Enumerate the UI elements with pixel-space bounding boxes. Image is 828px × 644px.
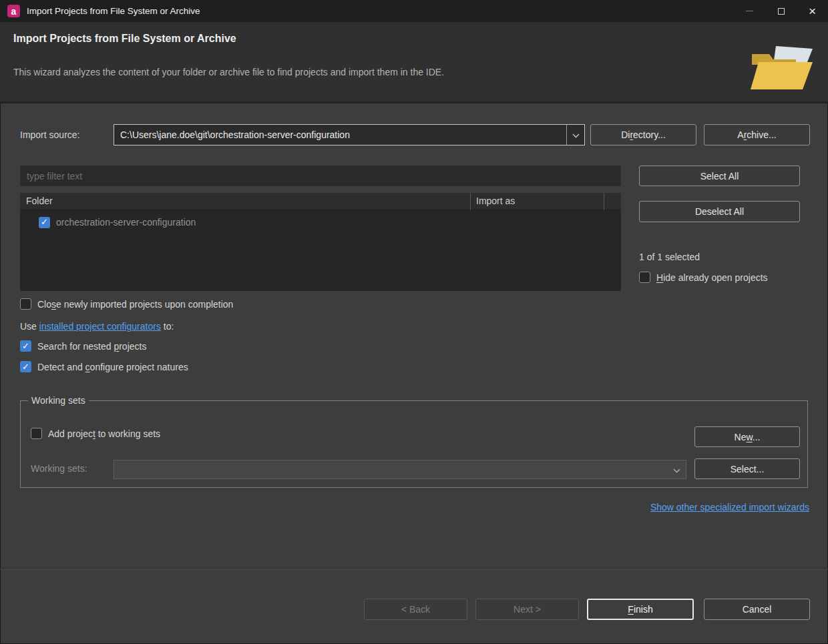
finish-button-label: Finish	[628, 604, 652, 615]
configurators-line: Use installed project configurators to:	[20, 321, 174, 332]
close-button[interactable]: ×	[797, 0, 828, 22]
working-sets-group-label: Working sets	[28, 395, 89, 406]
detect-configure-natures-checkbox[interactable]: ✓ Detect and configure project natures	[20, 361, 188, 372]
minimize-icon	[746, 11, 753, 11]
column-header-import-as[interactable]: Import as	[476, 196, 515, 206]
deselect-all-button[interactable]: Deselect All	[639, 201, 800, 222]
new-working-set-button[interactable]: New...	[694, 426, 800, 447]
checkbox-icon	[20, 298, 31, 310]
select-working-sets-button[interactable]: Select...	[694, 458, 800, 479]
column-separator	[604, 193, 604, 210]
archive-button-label: Archive...	[737, 129, 776, 140]
footer-separator	[0, 568, 828, 569]
close-newly-imported-checkbox[interactable]: Close newly imported projects upon compl…	[20, 298, 233, 310]
import-source-combo[interactable]: C:\Users\jane.doe\git\orchestration-serv…	[114, 124, 585, 145]
window-controls: ×	[734, 0, 828, 22]
selection-status: 1 of 1 selected	[639, 252, 700, 262]
working-sets-dropdown-button[interactable]	[668, 460, 686, 478]
column-header-folder[interactable]: Folder	[26, 196, 53, 206]
add-to-working-sets-label: Add project to working sets	[48, 428, 160, 439]
finish-button[interactable]: Finish	[587, 599, 694, 620]
select-all-button[interactable]: Select All	[639, 166, 800, 186]
titlebar: a Import Projects from File System or Ar…	[0, 0, 828, 22]
app-icon-letter: a	[11, 6, 17, 17]
maximize-button[interactable]	[765, 0, 797, 22]
cancel-button[interactable]: Cancel	[704, 599, 810, 620]
row-folder-name: orchestration-server-configuration	[56, 217, 196, 228]
projects-table: Folder Import as ✓ orchestration-server-…	[20, 193, 621, 291]
check-icon: ✓	[22, 342, 29, 350]
header-separator	[0, 101, 828, 103]
working-sets-label: Working sets:	[31, 463, 87, 474]
app-icon: a	[7, 5, 20, 17]
minimize-button[interactable]	[734, 0, 765, 22]
next-button[interactable]: Next >	[475, 599, 579, 620]
wizard-header: Import Projects from File System or Arch…	[0, 22, 828, 101]
working-sets-combo[interactable]	[114, 460, 686, 479]
window-title: Import Projects from File System or Arch…	[27, 6, 200, 16]
checkbox-icon: ✓	[20, 340, 31, 352]
table-row[interactable]: ✓ orchestration-server-configuration	[20, 214, 621, 231]
import-source-value: C:\Users\jane.doe\git\orchestration-serv…	[114, 129, 566, 140]
close-icon: ×	[809, 5, 816, 17]
chevron-down-icon	[673, 464, 680, 476]
directory-button[interactable]: Directory...	[590, 124, 696, 145]
column-separator	[470, 193, 471, 210]
table-header: Folder Import as	[20, 193, 621, 210]
chevron-down-icon	[572, 129, 580, 141]
maximize-icon	[778, 8, 785, 15]
add-to-working-sets-checkbox[interactable]: Add project to working sets	[31, 428, 160, 439]
row-checkbox[interactable]: ✓	[39, 217, 50, 228]
archive-button[interactable]: Archive...	[704, 124, 810, 145]
hide-open-projects-label: Hide already open projects	[656, 272, 768, 283]
close-newly-imported-label: Close newly imported projects upon compl…	[37, 299, 233, 310]
search-nested-projects-label: Search for nested projects	[37, 341, 146, 352]
import-source-label: Import source:	[20, 129, 79, 140]
checkbox-icon	[31, 428, 42, 439]
checkbox-icon	[639, 272, 650, 283]
filter-input[interactable]	[20, 166, 621, 186]
search-nested-projects-checkbox[interactable]: ✓ Search for nested projects	[20, 340, 146, 352]
installed-configurators-link[interactable]: installed project configurators	[39, 321, 161, 332]
page-description: This wizard analyzes the content of your…	[13, 67, 444, 77]
import-source-dropdown-button[interactable]	[566, 125, 584, 145]
page-title: Import Projects from File System or Arch…	[13, 33, 236, 45]
detect-configure-natures-label: Detect and configure project natures	[37, 362, 188, 372]
import-projects-wizard-window: a Import Projects from File System or Ar…	[0, 0, 828, 644]
new-working-set-button-label: New...	[735, 432, 761, 442]
back-button[interactable]: < Back	[364, 599, 467, 620]
import-folder-icon	[751, 46, 813, 90]
check-icon: ✓	[22, 362, 29, 371]
show-other-wizards-link[interactable]: Show other specialized import wizards	[650, 502, 809, 513]
checkbox-icon: ✓	[20, 361, 31, 372]
hide-open-projects-checkbox[interactable]: Hide already open projects	[639, 272, 768, 283]
directory-button-label: Directory...	[621, 129, 666, 140]
check-icon: ✓	[41, 218, 48, 226]
